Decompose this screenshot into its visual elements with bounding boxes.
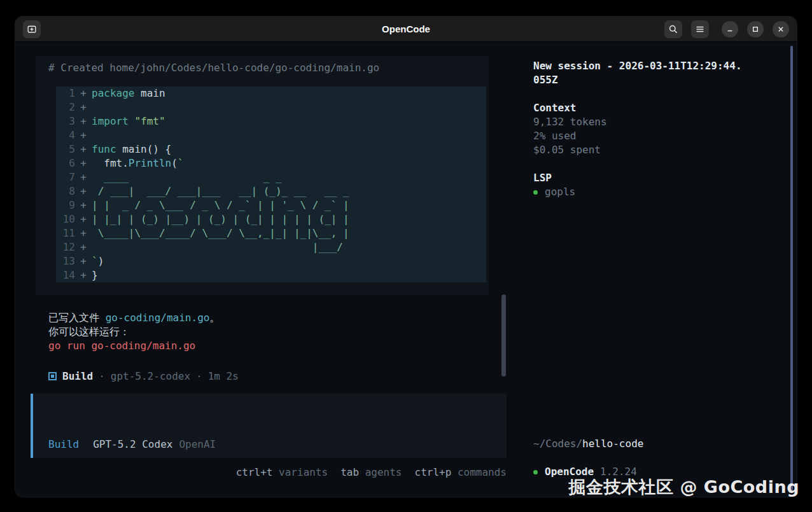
line-number: 3 bbox=[56, 114, 75, 128]
new-tab-button[interactable] bbox=[23, 20, 41, 38]
hint-key: ctrl+t bbox=[236, 466, 273, 478]
inline-code-path: go-coding/main.go bbox=[106, 312, 210, 324]
line-number: 11 bbox=[56, 226, 75, 240]
code-line: 13+`) bbox=[56, 254, 486, 268]
menu-button[interactable] bbox=[691, 20, 709, 38]
status-model-label: gpt-5.2-codex bbox=[111, 370, 190, 382]
hint: ctrl+t variants bbox=[236, 466, 328, 478]
hint: tab agents bbox=[340, 466, 402, 478]
window-scrollbar-thumb[interactable] bbox=[790, 46, 793, 490]
diff-add-sign: + bbox=[75, 198, 92, 212]
sidebar: New session - 2026-03-11T12:29:44. 055Z … bbox=[533, 42, 789, 497]
code-text: package main bbox=[92, 86, 165, 100]
code-line: 6+ fmt.Println(` bbox=[56, 156, 486, 170]
hint-key: tab bbox=[340, 466, 359, 478]
diff-add-sign: + bbox=[75, 226, 92, 240]
provider-label: OpenAI bbox=[179, 438, 216, 450]
diff-add-sign: + bbox=[75, 100, 92, 114]
message-text: 。 bbox=[209, 312, 220, 324]
terminal-content: # Created home/john/Codes/hello-code/go-… bbox=[15, 42, 797, 497]
code-line: 10+| |_| | (_) |__) | (_) | (_| | | | | … bbox=[56, 212, 486, 226]
line-number: 4 bbox=[56, 128, 75, 142]
close-icon bbox=[776, 25, 785, 34]
maximize-button[interactable] bbox=[747, 21, 764, 38]
hint: ctrl+p commands bbox=[415, 466, 507, 478]
tool-message-panel: # Created home/john/Codes/hello-code/go-… bbox=[36, 56, 489, 295]
code-text: ____ _ _ bbox=[92, 170, 282, 184]
session-title-line: New session - 2026-03-11T12:29:44. bbox=[533, 59, 742, 73]
code-line: 9+| | _ / _ \___ / _ \ / _` | | '_ \ / _… bbox=[56, 198, 486, 212]
message-line-1: 已写入文件 go-coding/main.go。 bbox=[48, 311, 220, 325]
line-number: 7 bbox=[56, 170, 75, 184]
line-number: 12 bbox=[56, 240, 75, 254]
code-line: 11+ \____|\___/____/ \___/ \__,_|_| |_|\… bbox=[56, 226, 486, 240]
diff-add-sign: + bbox=[75, 142, 92, 156]
diff-add-sign: + bbox=[75, 254, 92, 268]
session-title-line: 055Z bbox=[533, 73, 742, 87]
hint-label: commands bbox=[458, 466, 507, 478]
hint-key: ctrl+p bbox=[415, 466, 452, 478]
code-line: 7+ ____ _ _ bbox=[56, 170, 486, 184]
status-separator: · bbox=[99, 370, 105, 382]
diff-add-sign: + bbox=[75, 86, 92, 100]
line-number: 8 bbox=[56, 184, 75, 198]
working-directory: ~/Codes/hello-code bbox=[533, 437, 643, 451]
minimize-button[interactable] bbox=[722, 21, 738, 38]
lsp-status-dot bbox=[533, 190, 538, 195]
context-header: Context bbox=[533, 101, 607, 115]
context-row: 9,132 tokens bbox=[533, 115, 607, 129]
diff-add-sign: + bbox=[75, 170, 92, 184]
new-tab-icon bbox=[27, 24, 37, 34]
diff-add-sign: + bbox=[75, 114, 92, 128]
code-line: 12+ |___/ bbox=[56, 240, 486, 254]
lsp-name: gopls bbox=[545, 185, 575, 199]
hint-label: variants bbox=[279, 466, 328, 478]
code-text: func main() { bbox=[92, 142, 171, 156]
session-title: New session - 2026-03-11T12:29:44. 055Z bbox=[533, 59, 742, 87]
agent-icon bbox=[48, 372, 57, 380]
assistant-message: 已写入文件 go-coding/main.go。 你可以这样运行： go run… bbox=[48, 311, 220, 353]
code-text: `) bbox=[92, 254, 104, 268]
desktop-background: OpenCode bbox=[0, 0, 812, 512]
agent-mode-label: Build bbox=[48, 438, 79, 450]
message-text: 已写入文件 bbox=[48, 312, 106, 324]
code-text: | | _ / _ \___ / _ \ / _` | | '_ \ / _` … bbox=[92, 198, 349, 212]
code-line: 2+ bbox=[56, 100, 486, 114]
diff-add-sign: + bbox=[75, 268, 92, 282]
titlebar: OpenCode bbox=[15, 17, 797, 42]
window-title: OpenCode bbox=[382, 24, 430, 34]
lsp-items: gopls bbox=[533, 185, 575, 199]
code-line: 14+} bbox=[56, 268, 486, 282]
file-created-comment: # Created home/john/Codes/hello-code/go-… bbox=[48, 61, 489, 75]
hint-label: agents bbox=[365, 466, 402, 478]
line-number: 6 bbox=[56, 156, 75, 170]
status-agent-label: Build bbox=[62, 370, 93, 382]
line-number: 13 bbox=[56, 254, 75, 268]
line-number: 1 bbox=[56, 86, 75, 100]
cwd-folder-name: hello-code bbox=[582, 438, 643, 450]
app-status-dot bbox=[533, 470, 538, 474]
code-line: 3+import "fmt" bbox=[56, 114, 486, 128]
line-number: 14 bbox=[56, 268, 75, 282]
diff-add-sign: + bbox=[75, 184, 92, 198]
search-button[interactable] bbox=[664, 20, 682, 38]
maximize-icon bbox=[751, 25, 760, 34]
code-text: \____|\___/____/ \___/ \__,_|_| |_|\__, … bbox=[92, 226, 349, 240]
cwd-parent-path: ~/Codes/ bbox=[533, 438, 582, 450]
line-number: 2 bbox=[56, 100, 75, 114]
code-line: 5+func main() { bbox=[56, 142, 486, 156]
line-number: 9 bbox=[56, 198, 75, 212]
context-section: Context 9,132 tokens2% used$0.05 spent bbox=[533, 101, 607, 157]
code-text: fmt.Println(` bbox=[92, 156, 184, 170]
lsp-item: gopls bbox=[533, 185, 575, 199]
hamburger-menu-icon bbox=[695, 24, 705, 34]
footer-hints: ctrl+t variantstab agentsctrl+p commands bbox=[31, 466, 507, 480]
input-meta-row: Build GPT-5.2 Codex OpenAI bbox=[48, 438, 216, 450]
status-separator: · bbox=[196, 370, 202, 382]
chat-scrollbar-thumb[interactable] bbox=[501, 294, 506, 377]
code-text: |___/ bbox=[92, 240, 343, 254]
close-button[interactable] bbox=[773, 21, 789, 38]
context-row: $0.05 spent bbox=[533, 143, 607, 157]
prompt-input[interactable]: Build GPT-5.2 Codex OpenAI bbox=[31, 394, 507, 458]
lsp-section: LSP gopls bbox=[533, 171, 575, 199]
